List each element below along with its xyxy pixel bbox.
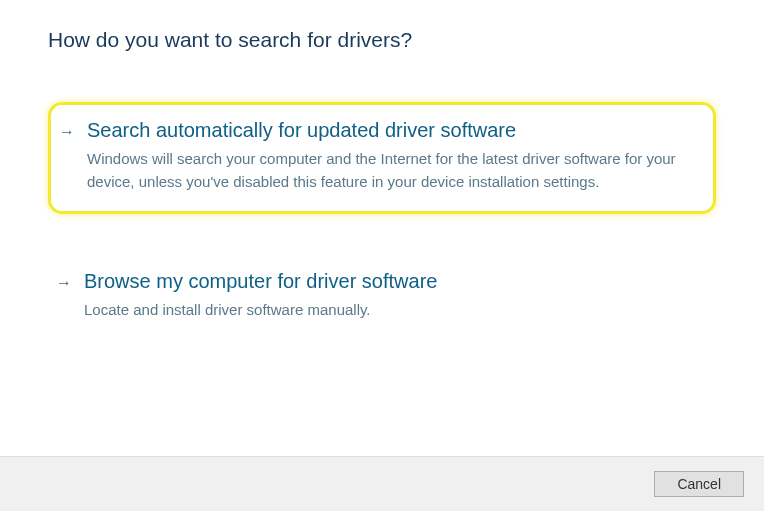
dialog-content: How do you want to search for drivers? →…	[0, 0, 764, 334]
dialog-footer: Cancel	[0, 456, 764, 511]
option-text-block: Browse my computer for driver software L…	[84, 270, 696, 322]
option-description: Windows will search your computer and th…	[87, 148, 693, 193]
option-description: Locate and install driver software manua…	[84, 299, 696, 322]
option-browse-computer[interactable]: → Browse my computer for driver software…	[48, 258, 716, 334]
arrow-right-icon: →	[59, 123, 75, 141]
option-title: Browse my computer for driver software	[84, 270, 696, 293]
option-search-automatically[interactable]: → Search automatically for updated drive…	[48, 102, 716, 214]
option-title: Search automatically for updated driver …	[87, 119, 693, 142]
arrow-right-icon: →	[56, 274, 72, 292]
option-text-block: Search automatically for updated driver …	[87, 119, 693, 193]
cancel-button[interactable]: Cancel	[654, 471, 744, 497]
dialog-heading: How do you want to search for drivers?	[48, 28, 716, 52]
